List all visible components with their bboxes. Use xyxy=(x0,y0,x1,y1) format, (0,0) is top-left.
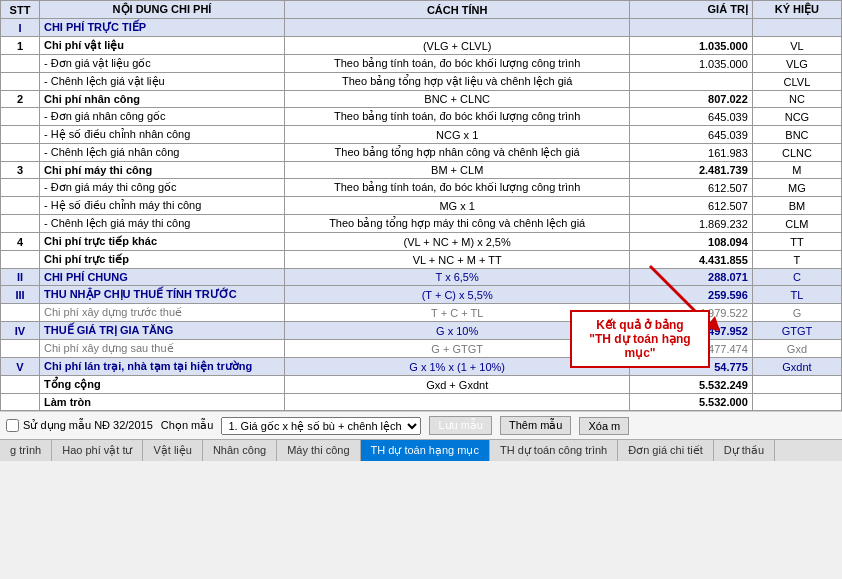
cell-giatri: 1.035.000 xyxy=(630,37,753,55)
table-header-row: STT NỘI DUNG CHI PHÍ CÁCH TÍNH GIÁ TRỊ K… xyxy=(1,1,842,19)
tab-bar: g trìnhHao phí vật tưVật liệuNhân côngMá… xyxy=(0,439,842,461)
checkbox-label[interactable]: Sử dụng mẫu NĐ 32/2015 xyxy=(6,419,153,432)
table-row: - Chênh lệch giá nhân côngTheo bảng tổng… xyxy=(1,144,842,162)
cell-kyhieu xyxy=(752,394,841,411)
tab-item-3[interactable]: Nhân công xyxy=(203,440,277,461)
cell-cachtinh: BM + CLM xyxy=(285,162,630,179)
table-row: Chi phí xây dựng trước thuếT + C + TL4.9… xyxy=(1,304,842,322)
cell-noidung: THUẾ GIÁ TRỊ GIA TĂNG xyxy=(39,322,284,340)
cell-noidung: - Đơn giá nhân công gốc xyxy=(39,108,284,126)
cell-giatri: 161.983 xyxy=(630,144,753,162)
bottom-bar: Sử dụng mẫu NĐ 32/2015 Chọn mẫu 1. Giá g… xyxy=(0,411,842,439)
tab-item-7[interactable]: Đơn giá chi tiết xyxy=(618,440,714,461)
cell-kyhieu xyxy=(752,19,841,37)
cell-kyhieu xyxy=(752,376,841,394)
tab-item-8[interactable]: Dự thầu xyxy=(714,440,775,461)
cell-noidung: Chi phí xây dựng trước thuế xyxy=(39,304,284,322)
cell-stt: V xyxy=(1,358,40,376)
cell-noidung: Chi phí xây dựng sau thuế xyxy=(39,340,284,358)
cell-noidung: Chi phí máy thi công xyxy=(39,162,284,179)
cell-kyhieu: Gxd xyxy=(752,340,841,358)
cell-cachtinh: (T + C) x 5,5% xyxy=(285,286,630,304)
cell-stt xyxy=(1,197,40,215)
cell-giatri: 1.869.232 xyxy=(630,215,753,233)
cell-cachtinh: Theo bảng tổng hợp máy thi công và chênh… xyxy=(285,215,630,233)
table-row: 1Chi phí vật liệu(VLG + CLVL)1.035.000VL xyxy=(1,37,842,55)
nd32-checkbox[interactable] xyxy=(6,419,19,432)
cell-kyhieu: GTGT xyxy=(752,322,841,340)
cell-stt xyxy=(1,376,40,394)
cell-stt xyxy=(1,108,40,126)
cell-giatri: 807.022 xyxy=(630,91,753,108)
tab-item-1[interactable]: Hao phí vật tư xyxy=(52,440,143,461)
them-mau-button[interactable]: Thêm mẫu xyxy=(500,416,571,435)
cell-stt xyxy=(1,73,40,91)
table-row: - Đơn giá vật liệu gốcTheo bảng tính toá… xyxy=(1,55,842,73)
cell-stt xyxy=(1,394,40,411)
table-row: 3Chi phí máy thi côngBM + CLM2.481.739M xyxy=(1,162,842,179)
cell-giatri: 1.035.000 xyxy=(630,55,753,73)
cell-cachtinh: VL + NC + M + TT xyxy=(285,251,630,269)
table-row: IIITHU NHẬP CHỊU THUẾ TÍNH TRƯỚC(T + C) … xyxy=(1,286,842,304)
tooltip-box: Kết quả ở bảng "TH dự toán hạng mục" xyxy=(570,310,710,368)
cell-giatri: 612.507 xyxy=(630,179,753,197)
tab-item-5[interactable]: TH dự toán hạng mục xyxy=(361,440,490,461)
cell-giatri: 5.532.249 xyxy=(630,376,753,394)
xoa-mau-button[interactable]: Xóa m xyxy=(579,417,629,435)
header-giatri: GIÁ TRỊ xyxy=(630,1,753,19)
cell-stt: III xyxy=(1,286,40,304)
cell-giatri xyxy=(630,19,753,37)
tab-item-6[interactable]: TH dự toán công trình xyxy=(490,440,618,461)
tab-item-2[interactable]: Vật liệu xyxy=(143,440,202,461)
cell-kyhieu: G xyxy=(752,304,841,322)
mau-select[interactable]: 1. Giá gốc x hệ số bù + chênh lệch xyxy=(221,417,421,435)
cell-kyhieu: TT xyxy=(752,233,841,251)
table-row: Chi phí xây dựng sau thuếG + GTGT5.477.4… xyxy=(1,340,842,358)
cell-noidung: THU NHẬP CHỊU THUẾ TÍNH TRƯỚC xyxy=(39,286,284,304)
cell-cachtinh: Theo bảng tính toán, đo bóc khối lượng c… xyxy=(285,108,630,126)
cell-giatri: 108.094 xyxy=(630,233,753,251)
cell-kyhieu: CLVL xyxy=(752,73,841,91)
cell-stt xyxy=(1,126,40,144)
cell-noidung: Chi phí trực tiếp xyxy=(39,251,284,269)
cell-cachtinh: Theo bảng tính toán, đo bóc khối lượng c… xyxy=(285,179,630,197)
cell-stt: 4 xyxy=(1,233,40,251)
cell-stt xyxy=(1,55,40,73)
cell-cachtinh: NCG x 1 xyxy=(285,126,630,144)
table-row: VChi phí lán trại, nhà tạm tại hiện trườ… xyxy=(1,358,842,376)
cell-giatri: 288.071 xyxy=(630,269,753,286)
table-row: - Chênh lệch giá máy thi côngTheo bảng t… xyxy=(1,215,842,233)
table-row: ICHI PHÍ TRỰC TIẾP xyxy=(1,19,842,37)
chon-mau-label: Chọn mẫu xyxy=(161,419,214,432)
luu-mau-button[interactable]: Lưu mẫu xyxy=(429,416,492,435)
cell-stt xyxy=(1,144,40,162)
cell-noidung: Chi phí lán trại, nhà tạm tại hiện trườn… xyxy=(39,358,284,376)
tab-item-0[interactable]: g trình xyxy=(0,440,52,461)
tab-item-4[interactable]: Máy thi công xyxy=(277,440,360,461)
tooltip-line2: "TH dự toán hạng xyxy=(589,332,690,346)
cell-noidung: Chi phí trực tiếp khác xyxy=(39,233,284,251)
cell-kyhieu: C xyxy=(752,269,841,286)
cell-noidung: - Đơn giá máy thi công gốc xyxy=(39,179,284,197)
cell-kyhieu: TL xyxy=(752,286,841,304)
header-noidung: NỘI DUNG CHI PHÍ xyxy=(39,1,284,19)
table-row: IICHI PHÍ CHUNGT x 6,5%288.071C xyxy=(1,269,842,286)
cell-noidung: CHI PHÍ TRỰC TIẾP xyxy=(39,19,284,37)
cell-noidung: Chi phí nhân công xyxy=(39,91,284,108)
cell-kyhieu: NCG xyxy=(752,108,841,126)
cell-kyhieu: VL xyxy=(752,37,841,55)
cell-cachtinh: T x 6,5% xyxy=(285,269,630,286)
table-row: IVTHUẾ GIÁ TRỊ GIA TĂNGG x 10%497.952GTG… xyxy=(1,322,842,340)
cell-kyhieu: T xyxy=(752,251,841,269)
cell-stt: 2 xyxy=(1,91,40,108)
cell-stt xyxy=(1,340,40,358)
tooltip-line1: Kết quả ở bảng xyxy=(596,318,683,332)
cell-noidung: - Chênh lệch giá máy thi công xyxy=(39,215,284,233)
cell-kyhieu: CLNC xyxy=(752,144,841,162)
header-cachtinh: CÁCH TÍNH xyxy=(285,1,630,19)
cost-table: STT NỘI DUNG CHI PHÍ CÁCH TÍNH GIÁ TRỊ K… xyxy=(0,0,842,411)
cell-stt: I xyxy=(1,19,40,37)
cell-cachtinh: Theo bảng tổng hợp nhân công và chênh lệ… xyxy=(285,144,630,162)
cell-kyhieu: MG xyxy=(752,179,841,197)
cell-stt xyxy=(1,215,40,233)
